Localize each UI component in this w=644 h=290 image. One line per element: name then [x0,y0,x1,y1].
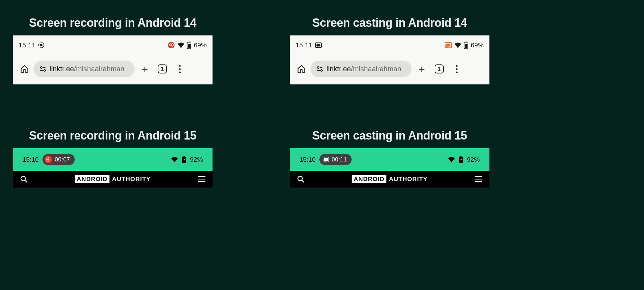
status-time: 15:11 [296,42,313,49]
url-text: linktr.ee/mishaalrahman [50,65,124,73]
status-left: 15:10 00:07 [23,154,75,165]
site-settings-icon[interactable] [316,65,323,72]
status-time: 15:10 [299,156,316,163]
browser-toolbar: linktr.ee/mishaalrahman + 1 [296,60,484,78]
search-button[interactable] [297,175,305,183]
status-time: 15:10 [23,156,39,163]
svg-rect-7 [188,44,191,48]
svg-point-16 [445,47,446,48]
tab-switcher-button[interactable]: 1 [155,62,169,76]
status-left: 15:11 [19,42,44,49]
site-settings-icon[interactable] [39,65,46,72]
hamburger-button[interactable] [475,176,482,182]
tab-switcher-button[interactable]: 1 [432,62,446,76]
brand-text: AUTHORITY [389,176,428,183]
chip-timer: 00:11 [332,156,347,163]
plus-icon: + [142,63,148,74]
svg-point-34 [298,176,302,181]
svg-rect-18 [465,42,467,42]
panel-recording-15: Screen recording in Android 15 15:10 00:… [13,129,213,188]
record-icon [38,42,44,48]
brand-logo[interactable]: ANDROID AUTHORITY [75,175,151,183]
wifi-icon [454,42,461,48]
home-button[interactable] [296,63,307,75]
svg-rect-19 [465,44,468,48]
svg-point-25 [47,159,49,160]
battery-icon [459,156,463,163]
url-host: linktr.ee [50,65,74,73]
panel-casting-14: Screen casting in Android 14 15:11 69% [290,16,489,84]
status-left: 15:11 [296,42,322,49]
brand-logo[interactable]: ANDROID AUTHORITY [352,175,428,183]
hamburger-icon [475,176,482,182]
status-bar[interactable]: 15:10 00:11 92% [290,148,489,171]
svg-point-23 [321,70,323,72]
wifi-icon [448,156,455,163]
status-bar[interactable]: 15:10 00:07 92% [13,148,213,171]
recording-chip[interactable]: 00:07 [43,154,75,165]
svg-rect-32 [460,156,461,157]
status-right: 69% [168,42,207,49]
panel-title: Screen casting in Android 14 [290,16,489,30]
panel-title: Screen casting in Android 15 [290,129,489,142]
status-bar[interactable]: 15:11 69% [296,40,484,50]
android15-screenshot: 15:10 00:11 92% [290,148,489,188]
record-indicator-icon [168,42,175,49]
battery-text: 69% [194,42,207,49]
svg-line-35 [302,180,304,182]
search-button[interactable] [20,175,28,183]
url-bar[interactable]: linktr.ee/mishaalrahman [33,61,135,77]
cast-icon [315,42,322,48]
android14-screenshot: 15:11 69% [290,35,489,84]
new-tab-button[interactable]: + [415,62,429,76]
url-text: linktr.ee/mishaalrahman [327,65,401,73]
app-header: ANDROID AUTHORITY [290,171,489,188]
status-time: 15:11 [19,42,36,49]
battery-icon [187,42,191,49]
url-bar[interactable]: linktr.ee/mishaalrahman [310,61,412,77]
battery-text: 92% [467,156,480,163]
casting-chip[interactable]: 00:11 [319,154,352,165]
svg-point-20 [317,67,319,69]
wifi-icon [171,156,178,163]
url-path: /mishaalrahman [351,65,402,73]
hamburger-button[interactable] [198,176,205,182]
brand-text: AUTHORITY [112,176,151,183]
cast-icon [323,157,329,162]
record-icon [44,156,52,163]
browser-toolbar: linktr.ee/mishaalrahman + 1 [19,60,207,78]
status-bar[interactable]: 15:11 69% [19,40,207,50]
more-vert-icon [456,65,458,73]
svg-point-8 [41,67,43,69]
android15-screenshot: 15:10 00:07 92% [13,148,213,188]
panel-casting-15: Screen casting in Android 15 15:10 00:11 [290,129,489,188]
svg-point-1 [40,44,43,46]
new-tab-button[interactable]: + [138,62,152,76]
menu-button[interactable] [173,62,187,76]
tab-count: 1 [435,64,444,73]
home-button[interactable] [19,63,30,75]
wifi-icon [177,42,185,48]
app-header: ANDROID AUTHORITY [13,171,213,188]
hamburger-icon [198,176,205,182]
status-left: 15:10 00:11 [299,154,352,165]
android14-screenshot: 15:11 69% [13,35,213,84]
battery-icon [182,156,186,163]
svg-point-11 [44,70,46,72]
brand-box: ANDROID [75,175,109,183]
svg-line-29 [25,180,27,182]
brand-box: ANDROID [352,175,386,183]
chip-timer: 00:07 [55,156,70,163]
more-vert-icon [179,65,181,73]
svg-rect-6 [188,42,190,42]
panel-title: Screen recording in Android 14 [13,16,213,30]
battery-icon [464,42,468,49]
menu-button[interactable] [450,62,464,76]
status-right: 92% [171,156,203,163]
svg-rect-26 [183,156,185,157]
svg-point-28 [21,176,25,181]
plus-icon: + [419,63,425,74]
tab-count: 1 [158,64,167,73]
battery-text: 92% [190,156,203,163]
panel-title: Screen recording in Android 15 [13,129,213,142]
